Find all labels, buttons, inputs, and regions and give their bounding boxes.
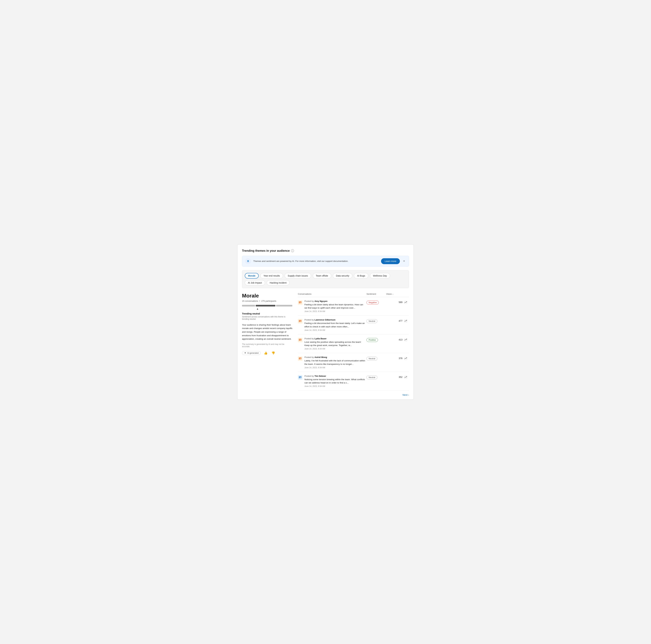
ai-disclaimer: The summary is generated by AI and may n…	[242, 343, 293, 348]
conversation-text: Lately, I've felt frustrated with the la…	[304, 359, 367, 366]
views-count: 477	[399, 319, 402, 322]
conversation-icon	[298, 338, 303, 342]
conversation-main: Posted by Lawrence Gilbertson Feeling a …	[298, 318, 367, 331]
conversation-date: June 14, 2023, 9:34 AM	[304, 329, 367, 331]
action-col[interactable]	[402, 300, 409, 304]
trend-chart-icon[interactable]	[404, 338, 407, 342]
theme-chip-data-security[interactable]: Data security	[333, 273, 352, 278]
sentiment-badge: Neutral	[367, 319, 377, 323]
trend-chart-icon[interactable]	[404, 301, 407, 304]
views-col: 413	[386, 338, 402, 341]
theme-meta: 15 conversations • 275 participants	[242, 300, 293, 302]
theme-chip-ai-bugs[interactable]: AI Bugs	[354, 273, 368, 278]
ai-banner: Themes and sentiment are powered by AI. …	[242, 256, 409, 267]
col-sentiment: Sentiment	[367, 293, 386, 295]
action-col[interactable]	[402, 338, 409, 342]
conversation-date: June 14, 2023, 9:34 AM	[304, 348, 367, 350]
conversation-icon	[298, 356, 303, 361]
themes-container: MoraleYear end resultsSupply chain issue…	[242, 270, 409, 288]
info-icon[interactable]: i	[291, 249, 294, 252]
conversation-poster: Posted by Lawrence Gilbertson	[304, 318, 367, 321]
sentiment-col: Neutral	[367, 319, 386, 323]
theme-chip-ai-job-impact[interactable]: AI Job Impact	[245, 280, 265, 285]
conversation-date: June 14, 2023, 9:34 AM	[304, 366, 367, 369]
theme-chip-supply-chain[interactable]: Supply chain issues	[285, 273, 311, 278]
conversation-body: Posted by Lydia Bauer Love seeing the po…	[304, 337, 367, 350]
views-count: 413	[399, 338, 402, 341]
table-row: Posted by Tim Deboer Noticing some tensi…	[298, 372, 409, 391]
thumbs-down-button[interactable]: 👎	[271, 350, 276, 356]
col-views: Views ↓	[386, 293, 402, 295]
theme-chip-year-end[interactable]: Year end results	[260, 273, 283, 278]
trend-chart-icon[interactable]	[404, 319, 407, 323]
theme-chip-hacking-incident[interactable]: Hacking incident	[267, 280, 290, 285]
sentiment-badge: Positive	[367, 338, 378, 342]
sentiment-col: Neutral	[367, 375, 386, 379]
main-content: Morale 15 conversations • 275 participan…	[242, 293, 409, 396]
bulb-icon	[246, 259, 250, 263]
theme-chip-wellness-day[interactable]: Wellness Day	[370, 273, 390, 278]
action-col[interactable]	[402, 375, 409, 379]
conversation-date: June 14, 2023, 9:34 AM	[304, 385, 367, 388]
theme-title: Morale	[242, 293, 293, 299]
conversations-list: Posted by Amy Nguyen Feeling a bit down …	[298, 297, 409, 391]
conversation-text: Love seeing the positive vibes spreading…	[304, 340, 367, 347]
trend-chart-icon[interactable]	[404, 376, 407, 379]
triangle-indicator: ▲	[256, 307, 293, 310]
col-action	[402, 293, 409, 295]
views-count: 376	[399, 357, 402, 360]
sentiment-col: Negative	[367, 300, 386, 305]
sentiment-badge: Neutral	[367, 357, 377, 361]
ai-banner-text: Themes and sentiment are powered by AI. …	[253, 260, 379, 262]
ai-banner-icon	[245, 258, 251, 264]
conversation-body: Posted by Lawrence Gilbertson Feeling a …	[304, 318, 367, 331]
sentiment-badge: Neutral	[367, 375, 377, 379]
page-title-row: Trending themes in your audience i	[242, 249, 409, 252]
conversation-body: Posted by Tim Deboer Noticing some tensi…	[304, 375, 367, 388]
bar-positive	[276, 305, 292, 306]
action-col[interactable]	[402, 319, 409, 323]
conversation-body: Posted by Astrid Wong Lately, I've felt …	[304, 356, 367, 369]
next-button[interactable]: Next ›	[402, 393, 409, 396]
sentiment-badge: Negative	[367, 301, 379, 305]
right-panel: Conversations Sentiment Views ↓	[298, 293, 409, 396]
trend-chart-icon[interactable]	[404, 357, 407, 360]
conversation-icon	[298, 300, 303, 305]
views-col: 589	[386, 300, 402, 304]
participants-count: 275 participants	[261, 300, 276, 302]
pagination: Next ›	[298, 391, 409, 396]
table-row: Posted by Lydia Bauer Love seeing the po…	[298, 334, 409, 353]
table-row: Posted by Astrid Wong Lately, I've felt …	[298, 353, 409, 372]
sparkle-icon	[244, 352, 246, 354]
conversation-text: Feeling a bit down lately about the team…	[304, 303, 367, 310]
table-row: Posted by Amy Nguyen Feeling a bit down …	[298, 297, 409, 316]
conversation-poster: Posted by Amy Nguyen	[304, 300, 367, 302]
conversation-date: June 14, 2023, 9:34 AM	[304, 310, 367, 312]
views-col: 376	[386, 356, 402, 360]
theme-chip-team-offsite[interactable]: Team offsite	[313, 273, 331, 278]
conversation-main: Posted by Lydia Bauer Love seeing the po…	[298, 337, 367, 350]
views-count: 352	[399, 376, 402, 378]
conversation-main: Posted by Tim Deboer Noticing some tensi…	[298, 375, 367, 388]
views-count: 589	[399, 301, 402, 304]
learn-more-button[interactable]: Learn more	[381, 258, 400, 264]
ai-generated-badge: AI-generated	[242, 351, 260, 355]
action-col[interactable]	[402, 356, 409, 360]
main-container: Trending themes in your audience i Theme…	[237, 244, 414, 400]
conversation-main: Posted by Astrid Wong Lately, I've felt …	[298, 356, 367, 369]
table-header: Conversations Sentiment Views ↓	[298, 293, 409, 297]
bar-negative	[242, 305, 255, 306]
conversation-poster: Posted by Lydia Bauer	[304, 337, 367, 340]
theme-chip-morale[interactable]: Morale	[245, 273, 259, 278]
sentiment-col: Neutral	[367, 356, 386, 361]
views-col: 477	[386, 319, 402, 322]
conversation-poster: Posted by Astrid Wong	[304, 356, 367, 359]
close-banner-button[interactable]: ×	[402, 259, 406, 263]
bar-neutral	[256, 305, 275, 306]
ai-footer: AI-generated 👍 👎	[242, 350, 293, 356]
ai-generated-label: AI-generated	[247, 352, 258, 354]
thumbs-up-button[interactable]: 👍	[263, 350, 268, 356]
sort-icon[interactable]: ↓	[392, 293, 394, 295]
trending-subtitle: Sentiment across conversations with this…	[242, 316, 293, 320]
sentiment-bar	[242, 305, 293, 306]
